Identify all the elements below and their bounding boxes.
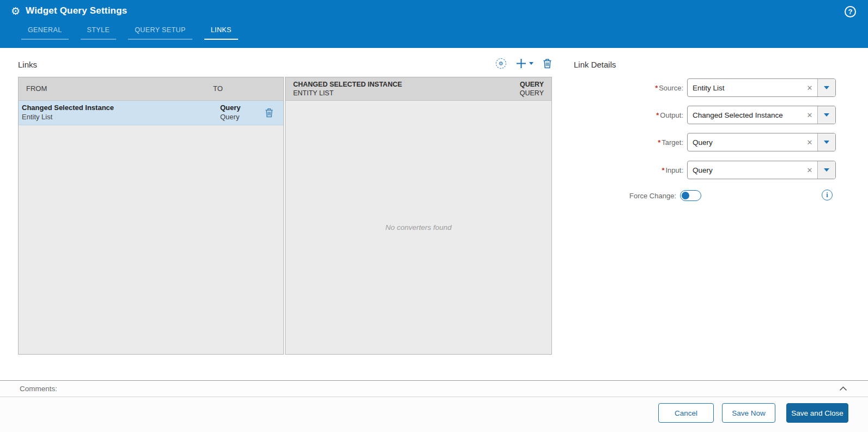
source-input[interactable]: Entity List	[688, 79, 802, 96]
output-clear-icon[interactable]: ✕	[802, 106, 817, 124]
auto-link-gear-glyph: ⚙	[499, 60, 503, 66]
row-to-input: Query	[220, 104, 241, 113]
source-field-row: *Source: Entity List ✕	[574, 78, 836, 97]
input-combobox: Query ✕	[687, 161, 836, 179]
source-clear-icon[interactable]: ✕	[802, 79, 817, 96]
output-input[interactable]: Changed Selected Instance	[688, 106, 802, 124]
force-change-label: Force Change:	[574, 192, 680, 200]
comments-label: Comments:	[20, 385, 57, 393]
save-and-close-button[interactable]: Save and Close	[786, 403, 848, 423]
output-label: *Output:	[574, 111, 687, 119]
source-label: *Source:	[574, 84, 687, 92]
output-field-row: *Output: Changed Selected Instance ✕	[574, 106, 836, 124]
row-delete-icon[interactable]	[265, 108, 274, 118]
help-glyph: ?	[848, 8, 853, 16]
required-asterisk: *	[658, 138, 660, 147]
plus-icon[interactable]	[515, 58, 527, 69]
save-now-button[interactable]: Save Now	[722, 403, 775, 423]
input-input[interactable]: Query	[688, 161, 802, 179]
toggle-knob	[682, 192, 689, 199]
row-to-widget: Query	[220, 113, 241, 122]
source-dropdown-button[interactable]	[817, 79, 835, 96]
input-label: *Input:	[574, 166, 687, 174]
tab-bar: GENERAL STYLE QUERY SETUP LINKS	[21, 25, 250, 40]
converters-from-widget: ENTITY LIST	[293, 89, 402, 98]
dialog-titlebar: ⚙ Widget Query Settings ? GENERAL STYLE …	[0, 0, 868, 48]
column-header-from: FROM	[26, 84, 47, 93]
link-details-title: Link Details	[574, 60, 616, 69]
chevron-down-icon	[824, 86, 829, 89]
add-link-button[interactable]	[515, 58, 533, 69]
converters-body: No converters found	[286, 101, 551, 354]
tab-query-setup[interactable]: QUERY SETUP	[128, 25, 192, 40]
footer-bar: Cancel Save Now Save and Close	[0, 398, 868, 432]
links-table: FROM TO Changed Selected Instance Entity…	[18, 77, 284, 355]
column-header-to: TO	[213, 84, 223, 93]
tab-general[interactable]: GENERAL	[21, 25, 69, 40]
empty-converters-message: No converters found	[385, 223, 452, 232]
converters-header: CHANGED SELECTED INSTANCE ENTITY LIST QU…	[286, 77, 551, 101]
chevron-down-icon	[824, 168, 829, 172]
info-icon[interactable]: i	[822, 190, 833, 200]
table-row[interactable]: Changed Selected Instance Entity List Qu…	[19, 101, 283, 125]
chevron-up-icon[interactable]	[839, 386, 847, 391]
help-icon[interactable]: ?	[845, 6, 856, 17]
add-dropdown-caret-icon[interactable]	[529, 62, 533, 65]
row-to-cell: Query Query	[220, 104, 241, 121]
gear-icon: ⚙	[11, 6, 20, 16]
comments-bar[interactable]: Comments:	[0, 380, 868, 397]
delete-link-icon[interactable]	[543, 58, 552, 69]
chevron-down-icon	[824, 113, 829, 117]
target-combobox: Query ✕	[687, 133, 836, 151]
cancel-button[interactable]: Cancel	[658, 403, 714, 423]
input-clear-icon[interactable]: ✕	[802, 161, 817, 179]
force-change-toggle[interactable]	[680, 190, 701, 201]
chevron-down-icon	[824, 141, 829, 144]
force-change-row: Force Change:	[574, 190, 836, 201]
row-from-widget: Entity List	[22, 113, 114, 122]
row-from-output: Changed Selected Instance	[22, 104, 114, 113]
tab-links[interactable]: LINKS	[204, 25, 238, 40]
converters-to-input: QUERY	[520, 80, 544, 89]
converters-panel: CHANGED SELECTED INSTANCE ENTITY LIST QU…	[285, 77, 552, 355]
links-section-title: Links	[18, 60, 37, 69]
required-asterisk: *	[661, 166, 664, 174]
converters-from-output: CHANGED SELECTED INSTANCE	[293, 80, 402, 89]
page-title: Widget Query Settings	[26, 5, 127, 16]
input-dropdown-button[interactable]	[817, 161, 835, 179]
converters-to-widget: QUERY	[520, 89, 544, 98]
input-field-row: *Input: Query ✕	[574, 161, 836, 179]
links-table-header: FROM TO	[19, 77, 283, 101]
links-toolbar: ⚙	[487, 56, 552, 71]
output-dropdown-button[interactable]	[817, 106, 835, 124]
info-glyph: i	[826, 191, 828, 199]
output-combobox: Changed Selected Instance ✕	[687, 106, 836, 124]
target-label: *Target:	[574, 138, 687, 147]
target-dropdown-button[interactable]	[817, 133, 835, 151]
tab-style[interactable]: STYLE	[81, 25, 117, 40]
row-from-cell: Changed Selected Instance Entity List	[22, 104, 114, 121]
required-asterisk: *	[655, 84, 658, 92]
auto-link-icon[interactable]: ⚙	[496, 58, 506, 69]
required-asterisk: *	[656, 111, 659, 119]
target-field-row: *Target: Query ✕	[574, 133, 836, 151]
target-input[interactable]: Query	[688, 133, 802, 151]
target-clear-icon[interactable]: ✕	[802, 133, 817, 151]
source-combobox: Entity List ✕	[687, 78, 836, 97]
